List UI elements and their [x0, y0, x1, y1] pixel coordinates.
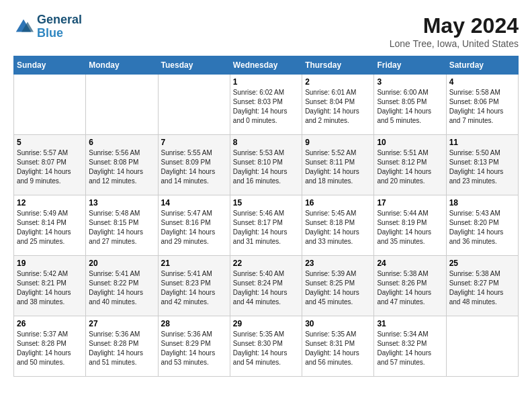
header-day: Thursday [302, 56, 374, 75]
day-number: 22 [233, 259, 299, 268]
header-day: Tuesday [158, 56, 230, 75]
logo-line2: Blue [37, 27, 82, 40]
day-number: 6 [89, 138, 154, 147]
calendar-cell: 13Sunrise: 5:48 AM Sunset: 8:15 PM Dayli… [86, 195, 158, 256]
day-info: Sunrise: 5:39 AM Sunset: 8:25 PM Dayligh… [305, 269, 371, 307]
calendar-cell: 11Sunrise: 5:50 AM Sunset: 8:13 PM Dayli… [446, 135, 518, 195]
day-number: 5 [17, 138, 83, 147]
day-info: Sunrise: 5:36 AM Sunset: 8:29 PM Dayligh… [161, 330, 227, 367]
day-info: Sunrise: 6:01 AM Sunset: 8:04 PM Dayligh… [305, 88, 371, 126]
calendar-cell: 7Sunrise: 5:55 AM Sunset: 8:09 PM Daylig… [158, 135, 230, 195]
calendar-table: SundayMondayTuesdayWednesdayThursdayFrid… [13, 56, 519, 377]
day-number: 30 [305, 319, 371, 328]
day-info: Sunrise: 5:57 AM Sunset: 8:07 PM Dayligh… [17, 148, 83, 186]
day-info: Sunrise: 5:44 AM Sunset: 8:19 PM Dayligh… [377, 209, 443, 246]
day-info: Sunrise: 5:41 AM Sunset: 8:23 PM Dayligh… [161, 269, 227, 307]
day-info: Sunrise: 5:58 AM Sunset: 8:06 PM Dayligh… [449, 88, 515, 126]
day-number: 27 [89, 319, 154, 328]
day-number: 3 [377, 77, 443, 87]
day-number: 19 [17, 259, 83, 268]
header-day: Wednesday [230, 56, 302, 75]
calendar-week-row: 26Sunrise: 5:37 AM Sunset: 8:28 PM Dayli… [14, 316, 519, 377]
day-info: Sunrise: 5:42 AM Sunset: 8:21 PM Dayligh… [17, 269, 83, 307]
calendar-cell: 25Sunrise: 5:38 AM Sunset: 8:27 PM Dayli… [446, 256, 518, 316]
calendar-cell: 4Sunrise: 5:58 AM Sunset: 8:06 PM Daylig… [446, 75, 518, 135]
calendar-cell [446, 316, 518, 377]
day-info: Sunrise: 5:36 AM Sunset: 8:28 PM Dayligh… [89, 330, 154, 367]
day-info: Sunrise: 5:46 AM Sunset: 8:17 PM Dayligh… [233, 209, 299, 246]
day-number: 18 [449, 198, 515, 208]
header-row: SundayMondayTuesdayWednesdayThursdayFrid… [14, 56, 519, 75]
calendar-cell: 26Sunrise: 5:37 AM Sunset: 8:28 PM Dayli… [14, 316, 86, 377]
calendar-cell [158, 75, 230, 135]
day-number: 11 [449, 138, 515, 147]
calendar-cell: 19Sunrise: 5:42 AM Sunset: 8:21 PM Dayli… [14, 256, 86, 316]
calendar-cell: 22Sunrise: 5:40 AM Sunset: 8:24 PM Dayli… [230, 256, 302, 316]
day-info: Sunrise: 5:38 AM Sunset: 8:26 PM Dayligh… [377, 269, 443, 307]
calendar-cell: 28Sunrise: 5:36 AM Sunset: 8:29 PM Dayli… [158, 316, 230, 377]
day-number: 25 [449, 259, 515, 268]
calendar-week-row: 19Sunrise: 5:42 AM Sunset: 8:21 PM Dayli… [14, 256, 519, 316]
calendar-cell: 23Sunrise: 5:39 AM Sunset: 8:25 PM Dayli… [302, 256, 374, 316]
calendar-cell: 3Sunrise: 6:00 AM Sunset: 8:05 PM Daylig… [374, 75, 446, 135]
day-info: Sunrise: 5:52 AM Sunset: 8:11 PM Dayligh… [305, 148, 371, 186]
calendar-week-row: 1Sunrise: 6:02 AM Sunset: 8:03 PM Daylig… [14, 75, 519, 135]
calendar-cell: 10Sunrise: 5:51 AM Sunset: 8:12 PM Dayli… [374, 135, 446, 195]
main-title: May 2024 [390, 13, 519, 38]
logo-icon [13, 17, 34, 37]
day-number: 21 [161, 259, 227, 268]
day-number: 9 [305, 138, 371, 147]
calendar-cell: 21Sunrise: 5:41 AM Sunset: 8:23 PM Dayli… [158, 256, 230, 316]
calendar-cell: 16Sunrise: 5:45 AM Sunset: 8:18 PM Dayli… [302, 195, 374, 256]
calendar-week-row: 5Sunrise: 5:57 AM Sunset: 8:07 PM Daylig… [14, 135, 519, 195]
calendar-header: SundayMondayTuesdayWednesdayThursdayFrid… [14, 56, 519, 75]
calendar-cell: 29Sunrise: 5:35 AM Sunset: 8:30 PM Dayli… [230, 316, 302, 377]
day-info: Sunrise: 5:48 AM Sunset: 8:15 PM Dayligh… [89, 209, 154, 246]
day-number: 20 [89, 259, 154, 268]
day-number: 23 [305, 259, 371, 268]
header-day: Saturday [446, 56, 518, 75]
calendar-cell: 14Sunrise: 5:47 AM Sunset: 8:16 PM Dayli… [158, 195, 230, 256]
calendar-cell: 2Sunrise: 6:01 AM Sunset: 8:04 PM Daylig… [302, 75, 374, 135]
subtitle: Lone Tree, Iowa, United States [390, 38, 519, 49]
day-info: Sunrise: 5:47 AM Sunset: 8:16 PM Dayligh… [161, 209, 227, 246]
day-number: 13 [89, 198, 154, 208]
page-header: General Blue May 2024 Lone Tree, Iowa, U… [13, 13, 519, 49]
day-number: 26 [17, 319, 83, 328]
day-number: 12 [17, 198, 83, 208]
calendar-cell: 6Sunrise: 5:56 AM Sunset: 8:08 PM Daylig… [86, 135, 158, 195]
logo-text: General Blue [37, 13, 82, 40]
calendar-cell: 12Sunrise: 5:49 AM Sunset: 8:14 PM Dayli… [14, 195, 86, 256]
day-info: Sunrise: 5:51 AM Sunset: 8:12 PM Dayligh… [377, 148, 443, 186]
calendar-cell: 27Sunrise: 5:36 AM Sunset: 8:28 PM Dayli… [86, 316, 158, 377]
header-day: Sunday [14, 56, 86, 75]
day-info: Sunrise: 5:56 AM Sunset: 8:08 PM Dayligh… [89, 148, 154, 186]
calendar-cell: 9Sunrise: 5:52 AM Sunset: 8:11 PM Daylig… [302, 135, 374, 195]
day-number: 10 [377, 138, 443, 147]
day-number: 17 [377, 198, 443, 208]
day-info: Sunrise: 5:37 AM Sunset: 8:28 PM Dayligh… [17, 330, 83, 367]
header-day: Monday [86, 56, 158, 75]
logo: General Blue [13, 13, 82, 40]
day-info: Sunrise: 5:43 AM Sunset: 8:20 PM Dayligh… [449, 209, 515, 246]
day-info: Sunrise: 5:45 AM Sunset: 8:18 PM Dayligh… [305, 209, 371, 246]
day-info: Sunrise: 5:49 AM Sunset: 8:14 PM Dayligh… [17, 209, 83, 246]
day-info: Sunrise: 5:35 AM Sunset: 8:30 PM Dayligh… [233, 330, 299, 367]
calendar-cell: 24Sunrise: 5:38 AM Sunset: 8:26 PM Dayli… [374, 256, 446, 316]
day-info: Sunrise: 5:34 AM Sunset: 8:32 PM Dayligh… [377, 330, 443, 367]
calendar-week-row: 12Sunrise: 5:49 AM Sunset: 8:14 PM Dayli… [14, 195, 519, 256]
day-info: Sunrise: 5:55 AM Sunset: 8:09 PM Dayligh… [161, 148, 227, 186]
calendar-cell: 17Sunrise: 5:44 AM Sunset: 8:19 PM Dayli… [374, 195, 446, 256]
day-number: 15 [233, 198, 299, 208]
calendar-cell: 30Sunrise: 5:35 AM Sunset: 8:31 PM Dayli… [302, 316, 374, 377]
day-number: 2 [305, 77, 371, 87]
day-number: 29 [233, 319, 299, 328]
day-number: 8 [233, 138, 299, 147]
day-info: Sunrise: 5:53 AM Sunset: 8:10 PM Dayligh… [233, 148, 299, 186]
title-block: May 2024 Lone Tree, Iowa, United States [390, 13, 519, 49]
day-number: 16 [305, 198, 371, 208]
day-number: 1 [233, 77, 299, 87]
calendar-cell: 20Sunrise: 5:41 AM Sunset: 8:22 PM Dayli… [86, 256, 158, 316]
day-info: Sunrise: 6:02 AM Sunset: 8:03 PM Dayligh… [233, 88, 299, 126]
day-number: 4 [449, 77, 515, 87]
